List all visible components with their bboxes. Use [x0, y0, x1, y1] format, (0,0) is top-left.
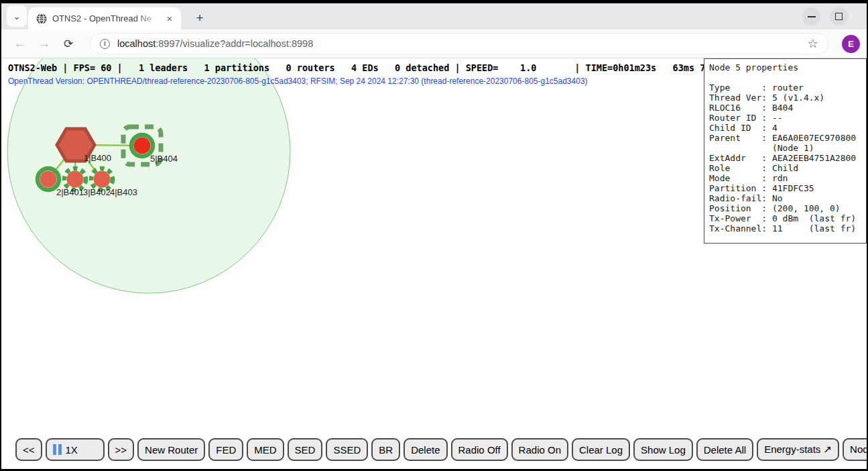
delete-all-button[interactable]: Delete All — [696, 438, 753, 461]
back-icon[interactable]: ← — [11, 34, 29, 53]
med-button-label: MED — [254, 444, 276, 456]
profile-avatar[interactable]: E — [842, 35, 860, 53]
url-toolbar: ← → ⟳ i localhost:8997/visualize?addr=lo… — [1, 30, 867, 58]
new-router-button-label: New Router — [145, 444, 198, 456]
sed-button[interactable]: SED — [288, 438, 323, 461]
page-info-icon[interactable]: i — [100, 39, 110, 49]
node-label-1: 1|B400 — [84, 153, 111, 163]
new-router-button[interactable]: New Router — [137, 438, 205, 461]
tab-close-icon[interactable]: × — [164, 13, 176, 25]
node-properties-body: Type : router Thread Ver: 5 (v1.4.x) RLO… — [709, 83, 866, 233]
openthread-version-link[interactable]: OpenThread Version: OPENTHREAD/thread-re… — [8, 76, 588, 86]
clear-log-button[interactable]: Clear Log — [572, 438, 630, 461]
sed-button-label: SED — [295, 444, 316, 456]
node-label-4: 4|B403 — [110, 187, 137, 197]
browser-window: ⌄ OTNS2 - OpenThread Ne × + ← → ⟳ i loca… — [1, 3, 867, 469]
clear-log-button-label: Clear Log — [579, 444, 623, 456]
ssed-button-label: SSED — [333, 444, 361, 456]
url-host: localhost — [117, 38, 156, 49]
delete-all-button-label: Delete All — [704, 444, 746, 456]
node-stats-button-label: Node-stats ↗ — [850, 443, 867, 456]
node-5[interactable] — [134, 138, 151, 154]
show-log-button[interactable]: Show Log — [633, 438, 693, 461]
br-button-label: BR — [379, 444, 393, 456]
new-tab-button[interactable]: + — [190, 9, 209, 28]
delete-button-label: Delete — [411, 444, 440, 456]
window-controls — [802, 7, 848, 25]
reload-icon[interactable]: ⟳ — [59, 34, 78, 53]
speed-button-label: 1X — [66, 444, 78, 456]
minimize-button[interactable] — [802, 7, 820, 25]
tab-otns2[interactable]: OTNS2 - OpenThread Ne × — [28, 7, 181, 30]
page-content: 1|B4005|B4042|B4013|B4024|B403 OTNS2-Web… — [1, 58, 867, 469]
address-bar[interactable]: i localhost:8997/visualize?addr=localhos… — [90, 33, 828, 54]
ssed-button[interactable]: SSED — [326, 438, 368, 461]
url-text[interactable]: localhost:8997/visualize?addr=localhost:… — [117, 38, 802, 49]
node-stats-button[interactable]: Node-stats ↗ — [843, 438, 867, 461]
med-button[interactable]: MED — [247, 438, 284, 461]
node-3[interactable] — [67, 171, 84, 188]
tab-title: OTNS2 - OpenThread Ne — [52, 13, 164, 23]
radio-on-button[interactable]: Radio On — [511, 438, 568, 461]
simulation-status-bar: OTNS2-Web | FPS= 60 | 1 leaders 1 partit… — [8, 62, 727, 73]
delete-button[interactable]: Delete — [404, 438, 447, 461]
speed-button[interactable]: 1X — [46, 438, 105, 461]
energy-stats-button-label: Energy-stats ↗ — [764, 443, 832, 456]
node-2[interactable] — [40, 171, 57, 188]
tab-strip: ⌄ OTNS2 - OpenThread Ne × + — [1, 3, 867, 30]
node-label-2: 2|B401 — [56, 187, 84, 197]
energy-stats-button[interactable]: Energy-stats ↗ — [757, 438, 839, 461]
faster-button[interactable]: >> — [108, 438, 135, 461]
globe-favicon-icon — [36, 13, 47, 24]
br-button[interactable]: BR — [371, 438, 400, 461]
minimize-icon — [808, 16, 816, 17]
radio-off-button[interactable]: Radio Off — [451, 438, 508, 461]
bottom-toolbar: <<1X>>New RouterFEDMEDSEDSSEDBRDeleteRad… — [15, 438, 867, 461]
node-label-5: 5|B404 — [150, 154, 178, 164]
radio-off-button-label: Radio Off — [458, 444, 501, 456]
node-label-3: 3|B402 — [83, 187, 111, 197]
tab-search-button[interactable]: ⌄ — [7, 5, 27, 27]
faster-button-label: >> — [115, 444, 127, 456]
fed-button-label: FED — [216, 444, 236, 456]
node-properties-panel: Node 5 properties Type : router Thread V… — [704, 58, 867, 244]
network-canvas[interactable] — [1, 58, 705, 469]
maximize-button[interactable] — [830, 7, 848, 25]
node-properties-title: Node 5 properties — [709, 62, 866, 72]
slower-button-label: << — [23, 444, 35, 456]
maximize-icon — [835, 13, 843, 20]
slower-button[interactable]: << — [15, 438, 42, 461]
fed-button[interactable]: FED — [208, 438, 243, 461]
chevron-down-icon: ⌄ — [13, 11, 21, 21]
node-4[interactable] — [94, 171, 111, 188]
url-path: :8997/visualize?addr=localhost:8998 — [156, 38, 313, 49]
radio-on-button-label: Radio On — [519, 444, 561, 456]
bookmark-star-icon[interactable]: ☆ — [808, 36, 818, 51]
pause-icon — [53, 444, 62, 455]
forward-icon[interactable]: → — [35, 34, 54, 53]
show-log-button-label: Show Log — [641, 444, 686, 456]
